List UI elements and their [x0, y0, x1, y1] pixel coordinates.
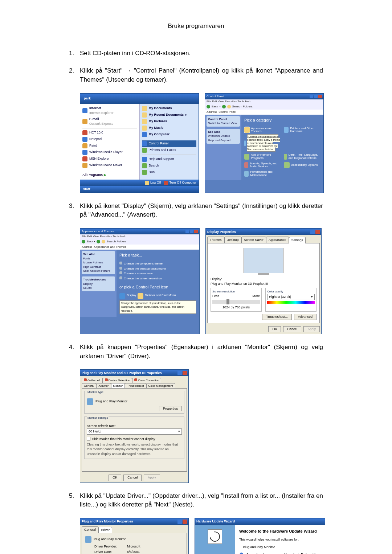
cancel-button[interactable]: Cancel — [283, 326, 301, 332]
help-icon[interactable] — [310, 230, 315, 234]
start-item-music[interactable]: My Music — [142, 125, 197, 131]
resolution-slider[interactable] — [212, 300, 260, 304]
up-icon[interactable] — [102, 240, 105, 243]
troubleshoot-button[interactable]: Troubleshoot... — [262, 314, 292, 320]
cat-sound[interactable]: Sounds, Speech, and Audio Devices — [244, 162, 281, 169]
apply-button[interactable]: Apply — [144, 475, 160, 481]
start-item-docs[interactable]: My Documents — [142, 105, 197, 112]
help-icon[interactable] — [177, 371, 182, 375]
back-icon[interactable] — [82, 240, 85, 243]
taskbar-icon[interactable] — [138, 293, 143, 299]
cat-network[interactable]: Change the appearance of desktop items, … — [244, 135, 281, 151]
start-item-wmp[interactable]: Windows Media Player — [82, 149, 137, 156]
minimize-icon[interactable] — [310, 95, 313, 98]
menu-bar[interactable]: File Edit View Favorites Tools Help — [80, 234, 199, 239]
cancel-button[interactable]: Cancel — [123, 475, 142, 481]
sidebar-link[interactable]: Help and Support — [208, 139, 230, 142]
address-bar[interactable]: Address Appearance and Themes — [80, 245, 199, 250]
menu-bar[interactable]: File Edit View Favorites Tools Help — [205, 99, 323, 104]
sidebar-link[interactable]: High Contrast — [83, 265, 101, 268]
up-icon[interactable] — [227, 105, 231, 108]
start-all-programs[interactable]: All Programs ▶ — [82, 171, 137, 178]
sidebar-link[interactable]: Fonts — [83, 257, 90, 260]
close-icon[interactable] — [315, 230, 320, 234]
cat-printers[interactable]: Printers and Other Hardware — [284, 127, 320, 134]
cat-region[interactable]: Date, Time, Language, and Regional Optio… — [284, 153, 320, 160]
sidebar-link[interactable]: Display — [83, 282, 93, 286]
start-item-recent[interactable]: My Recent Documents ▸ — [142, 112, 197, 118]
properties-button[interactable]: Properties — [159, 406, 182, 411]
forward-icon[interactable] — [222, 105, 226, 108]
window-title: Appearance and Themes — [82, 229, 114, 234]
task-link[interactable]: Choose a screen saver — [119, 271, 196, 276]
toolbar[interactable]: Back • Search Folders — [205, 104, 323, 110]
task-link[interactable]: Change the desktop background — [119, 266, 196, 271]
back-icon[interactable] — [207, 105, 210, 108]
tab-colormgmt[interactable]: Color Management — [146, 383, 175, 389]
cat-addremove[interactable]: Add or Remove Programs — [244, 153, 281, 160]
sidebar-link[interactable]: User Account Picture — [83, 269, 110, 272]
refresh-rate-select[interactable]: 60 Hertz▾ — [87, 428, 182, 435]
tab-devsel[interactable]: Device Selection — [103, 378, 132, 383]
tab-monitor[interactable]: Monitor — [111, 383, 125, 389]
address-bar[interactable]: Address Control Panel — [205, 110, 323, 115]
sidebar-link[interactable]: Switch to Classic View — [208, 122, 237, 125]
start-button[interactable]: start — [80, 186, 199, 193]
tab-colorc[interactable]: Color Correction — [132, 378, 161, 383]
start-item-internet[interactable]: InternetInternet Explorer — [82, 105, 137, 116]
start-item-printers[interactable]: Printers and Faxes — [142, 147, 197, 153]
tab-desktop[interactable]: Desktop — [224, 237, 241, 243]
start-item-computer[interactable]: My Computer — [142, 131, 197, 138]
ok-button[interactable]: OK — [109, 475, 121, 481]
apply-button[interactable]: Apply — [303, 326, 320, 332]
start-item-help[interactable]: Help and Support — [142, 156, 197, 163]
start-item-control-panel[interactable]: Control Panel — [142, 140, 197, 147]
tab-themes[interactable]: Themes — [207, 237, 224, 243]
start-item-hct[interactable]: HCT 10.0 — [82, 130, 137, 136]
close-icon[interactable] — [318, 95, 322, 98]
cat-perf[interactable]: Performance and Maintenance — [244, 171, 281, 177]
tab-driver[interactable]: Driver — [98, 527, 112, 533]
icon-label[interactable]: Display — [127, 293, 136, 297]
advanced-button[interactable]: Advanced — [294, 314, 317, 320]
logoff-button[interactable]: Log Off — [145, 180, 161, 185]
tab-general[interactable]: General — [82, 383, 96, 389]
sidebar-link[interactable]: Windows Update — [208, 134, 230, 138]
sidebar-link[interactable]: Sound — [83, 286, 91, 290]
tab-adapter[interactable]: Adapter — [96, 383, 111, 389]
close-icon[interactable] — [194, 230, 198, 233]
sidebar-link[interactable]: Mouse Pointers — [83, 261, 103, 264]
shutdown-button[interactable]: Turn Off Computer — [164, 180, 196, 185]
start-item-run[interactable]: Run... — [142, 169, 197, 176]
start-item-email[interactable]: E-mailOutlook Express — [82, 116, 137, 127]
start-item-search[interactable]: Search — [142, 163, 197, 169]
fwd-icon[interactable] — [97, 240, 100, 243]
help-icon[interactable] — [177, 520, 182, 524]
hide-modes-checkbox[interactable]: Hide modes that this monitor cannot disp… — [87, 437, 182, 442]
close-icon[interactable] — [183, 371, 187, 375]
maximize-icon[interactable] — [190, 230, 193, 233]
task-link[interactable]: Change the computer's theme — [119, 261, 196, 266]
minimize-icon[interactable] — [185, 230, 189, 233]
start-item-msn[interactable]: MSN Explorer — [82, 156, 137, 162]
close-icon[interactable] — [183, 520, 187, 524]
task-link[interactable]: Change the screen resolution — [119, 276, 196, 281]
display-icon[interactable] — [119, 293, 125, 299]
maximize-icon[interactable] — [314, 95, 318, 98]
cat-access[interactable]: Accessibility Options — [284, 162, 320, 169]
tab-settings[interactable]: Settings — [289, 237, 306, 243]
tab-troubleshoot[interactable]: Troubleshoot — [125, 383, 146, 389]
cat-appearance[interactable]: Appearance and Themes — [244, 127, 281, 134]
color-quality-select[interactable]: Highest (32 bit)▾ — [267, 294, 315, 300]
tab-screensaver[interactable]: Screen Saver — [241, 237, 266, 243]
tab-appearance[interactable]: Appearance — [266, 237, 289, 243]
ok-button[interactable]: OK — [268, 326, 281, 332]
start-item-paint[interactable]: Paint — [82, 143, 137, 149]
icon-label[interactable]: Taskbar and Start Menu — [145, 293, 176, 297]
tab-general[interactable]: General — [82, 526, 98, 533]
start-item-wmm[interactable]: Windows Movie Maker — [82, 162, 137, 169]
start-item-pics[interactable]: My Pictures — [142, 118, 197, 125]
tab-geforce[interactable]: GeForce3 — [82, 378, 103, 383]
start-item-notepad[interactable]: Notepad — [82, 136, 137, 143]
toolbar[interactable]: Back • Search Folders — [80, 239, 199, 245]
